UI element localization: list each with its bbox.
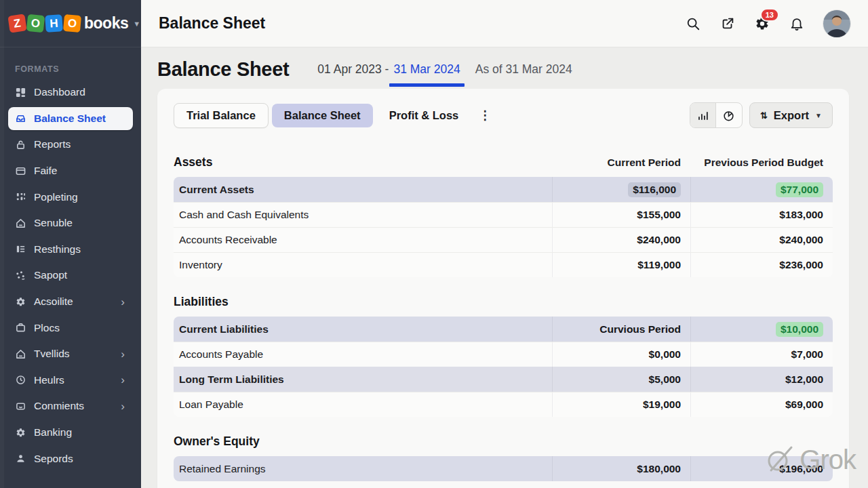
table-row-inventory[interactable]: Inventory$119,000$236,000 bbox=[174, 252, 833, 277]
sidebar-item-reports[interactable]: Reports bbox=[0, 131, 141, 158]
tab-profit-loss[interactable]: Profit & Loss bbox=[377, 104, 471, 127]
value-cell: $119,000 bbox=[552, 253, 690, 277]
table-row-loan-payable[interactable]: Loan Payable$19,000$69,000 bbox=[174, 392, 833, 417]
home-icon bbox=[15, 218, 26, 228]
search-icon[interactable] bbox=[685, 16, 701, 32]
list-icon bbox=[15, 244, 26, 255]
table-row-retained-earnings[interactable]: Retained Earnings$180,000$196,000 bbox=[174, 456, 833, 481]
person-icon bbox=[15, 453, 26, 464]
home-icon bbox=[15, 348, 26, 359]
sidebar-item-label: Plocs bbox=[34, 322, 60, 334]
topbar: Balance Sheet 13 bbox=[141, 0, 868, 47]
value-cell: $19,000 bbox=[552, 392, 690, 417]
section-rows: Retained Earnings$180,000$196,000 bbox=[174, 456, 833, 481]
value-cell: $69,000 bbox=[690, 392, 833, 417]
slate-highlight-value: $116,000 bbox=[628, 182, 681, 197]
row-label: Cash and Cash Equivalents bbox=[174, 203, 552, 227]
logo-tiles: ZOHO bbox=[9, 15, 82, 32]
cell-value: $155,000 bbox=[637, 209, 681, 221]
cell-value: $69,000 bbox=[785, 399, 823, 411]
sidebar-item-faife[interactable]: Faife bbox=[0, 158, 141, 184]
sidebar-item-tvellids[interactable]: Tvellids› bbox=[0, 341, 141, 367]
section-heading-row: Owner's Equity bbox=[174, 434, 833, 449]
row-label: Current Assets bbox=[174, 177, 552, 202]
sidebar-item-label: Popleting bbox=[34, 191, 78, 203]
tab-trial-balance[interactable]: Trial Balance bbox=[174, 103, 269, 128]
user-avatar[interactable] bbox=[823, 10, 850, 37]
active-date-underline bbox=[389, 83, 464, 87]
sidebar-item-sepords[interactable]: Sepords bbox=[0, 445, 141, 472]
gear-icon bbox=[15, 296, 26, 307]
tab-balance-sheet[interactable]: Balance Sheet bbox=[272, 104, 373, 127]
scatter-icon bbox=[15, 270, 26, 281]
chevron-right-icon: › bbox=[121, 401, 126, 412]
table-row-accounts-receivable[interactable]: Accounts Receivable$240,000$240,000 bbox=[174, 227, 833, 252]
cell-value: $236,000 bbox=[779, 259, 823, 271]
cell-value: $183,000 bbox=[779, 209, 823, 221]
sidebar-item-label: Reports bbox=[34, 138, 71, 150]
external-link-icon[interactable] bbox=[719, 16, 736, 32]
chevron-right-icon: › bbox=[121, 374, 126, 386]
chevron-down-icon[interactable]: ▼ bbox=[133, 20, 140, 28]
cell-value: $5,000 bbox=[649, 373, 681, 386]
logo-tile: O bbox=[63, 14, 81, 33]
briefcase-icon bbox=[15, 323, 26, 333]
table-row-current-assets[interactable]: Current Assets$116,000$77,000 bbox=[174, 177, 833, 202]
clock-icon bbox=[15, 375, 26, 386]
sidebar-item-label: Faife bbox=[34, 165, 57, 177]
value-cell: $10,000 bbox=[690, 317, 833, 342]
date-range-end[interactable]: 31 Mar 2024 bbox=[393, 62, 460, 77]
zoho-books-logo[interactable]: ZOHO books ▼ bbox=[0, 0, 141, 47]
cell-value: $196,000 bbox=[779, 463, 823, 475]
cell-value: $119,000 bbox=[637, 259, 681, 271]
row-label: Retained Earnings bbox=[174, 456, 552, 481]
pie-chart-view-icon[interactable] bbox=[716, 103, 742, 127]
sidebar-item-resthings[interactable]: Resthings bbox=[0, 237, 141, 263]
sidebar-item-dashboard[interactable]: Dashboard bbox=[0, 79, 141, 106]
cell-value: $180,000 bbox=[637, 463, 681, 475]
cell-value: $12,000 bbox=[785, 373, 823, 386]
sidebar-item-label: Conmients bbox=[34, 400, 84, 412]
sidebar-item-banking[interactable]: Banking bbox=[0, 420, 141, 446]
report-toolbar: Trial Balance Balance Sheet Profit & Los… bbox=[174, 102, 833, 128]
date-range-picker[interactable]: 01 Apr 2023 - 31 Mar 2024 bbox=[317, 62, 460, 77]
row-label: Loan Payable bbox=[174, 392, 552, 417]
sidebar: ZOHO books ▼ FORMATS DashboardBalance Sh… bbox=[0, 0, 141, 488]
topbar-title: Balance Sheet bbox=[159, 14, 265, 33]
section-title: Owner's Equity bbox=[174, 434, 552, 449]
sidebar-item-label: Sapopt bbox=[34, 269, 67, 281]
row-label: Long Term Liabilities bbox=[174, 367, 552, 392]
sidebar-item-senuble[interactable]: Senuble bbox=[0, 210, 141, 237]
export-button[interactable]: ⇅ Export ▼ bbox=[749, 102, 833, 128]
value-cell: $196,000 bbox=[690, 456, 833, 481]
sidebar-item-popleting[interactable]: Popleting bbox=[0, 184, 141, 210]
sidebar-item-balance-sheet[interactable]: Balance Sheet bbox=[0, 106, 141, 132]
table-row-current-liabilities[interactable]: Current LiabilitiesCurvious Period$10,00… bbox=[174, 317, 833, 342]
table-row-long-term-liabilities[interactable]: Long Term Liabilities$5,000$12,000 bbox=[174, 367, 833, 392]
bar-chart-view-icon[interactable] bbox=[690, 103, 716, 127]
sidebar-item-acsoilite[interactable]: Acsoilite› bbox=[0, 289, 141, 315]
sidebar-item-heulrs[interactable]: Heulrs› bbox=[0, 367, 141, 394]
table-row-accounts-payable[interactable]: Accounts Payable$0,000$7,000 bbox=[174, 342, 833, 367]
more-options-icon[interactable]: ⋮ bbox=[476, 108, 494, 123]
sidebar-item-conmients[interactable]: Conmients› bbox=[0, 393, 141, 420]
sidebar-item-label: Dashboard bbox=[34, 86, 85, 98]
sidebar-item-plocs[interactable]: Plocs bbox=[0, 314, 141, 341]
row-label: Inventory bbox=[174, 253, 552, 277]
value-cell: $155,000 bbox=[552, 203, 690, 227]
settings-gear-icon[interactable]: 13 bbox=[754, 16, 770, 32]
sidebar-item-sapopt[interactable]: Sapopt bbox=[0, 262, 141, 289]
green-highlight-value: $77,000 bbox=[776, 182, 823, 197]
cell-value: $7,000 bbox=[791, 348, 823, 361]
value-cell: $0,000 bbox=[552, 342, 690, 367]
table-row-cash-and-cash-equivalents[interactable]: Cash and Cash Equivalents$155,000$183,00… bbox=[174, 202, 833, 227]
value-cell: $77,000 bbox=[690, 177, 833, 202]
section-title: Assets bbox=[174, 155, 552, 169]
bell-icon[interactable] bbox=[789, 16, 805, 32]
value-cell: $240,000 bbox=[690, 228, 833, 252]
dots-grid-icon bbox=[15, 192, 26, 203]
value-cell: $12,000 bbox=[690, 367, 833, 392]
cell-value: $240,000 bbox=[637, 234, 681, 246]
green-highlight-value: $10,000 bbox=[776, 322, 823, 337]
row-label: Accounts Payable bbox=[174, 342, 552, 367]
